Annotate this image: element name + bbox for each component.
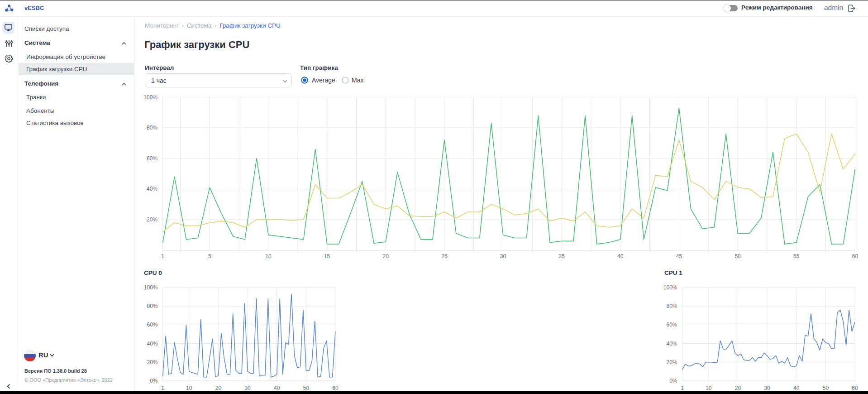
svg-text:20%: 20%	[147, 216, 157, 223]
svg-text:60: 60	[852, 385, 858, 391]
svg-text:60: 60	[332, 385, 339, 391]
svg-text:20%: 20%	[666, 359, 677, 365]
svg-text:60%: 60%	[147, 155, 157, 162]
svg-text:20: 20	[735, 385, 741, 391]
svg-text:25: 25	[441, 253, 448, 259]
svg-text:10: 10	[186, 385, 192, 391]
svg-text:0%: 0%	[150, 378, 158, 384]
svg-text:35: 35	[559, 253, 565, 259]
svg-text:30: 30	[500, 253, 506, 259]
svg-text:80%: 80%	[147, 125, 157, 131]
svg-text:100%: 100%	[144, 284, 158, 291]
svg-text:40: 40	[274, 385, 280, 391]
svg-text:1: 1	[161, 385, 164, 391]
svg-text:10: 10	[706, 385, 712, 391]
svg-text:10: 10	[265, 253, 272, 259]
svg-text:100%: 100%	[143, 94, 157, 101]
svg-text:80%: 80%	[666, 303, 677, 309]
svg-text:60%: 60%	[147, 322, 157, 328]
svg-text:50: 50	[303, 385, 310, 391]
svg-text:20: 20	[383, 253, 389, 259]
svg-text:1: 1	[681, 385, 684, 391]
svg-text:50: 50	[734, 253, 741, 259]
svg-text:5: 5	[208, 253, 211, 259]
svg-text:60: 60	[852, 253, 858, 259]
svg-text:60%: 60%	[666, 322, 677, 328]
svg-text:15: 15	[324, 253, 330, 259]
svg-text:1: 1	[161, 253, 164, 259]
svg-text:30: 30	[764, 385, 770, 391]
svg-text:40%: 40%	[147, 341, 157, 347]
svg-text:45: 45	[676, 253, 682, 259]
svg-text:20: 20	[215, 385, 222, 391]
svg-text:40: 40	[793, 385, 800, 391]
svg-text:80%: 80%	[147, 303, 157, 309]
svg-text:40%: 40%	[147, 186, 157, 192]
svg-text:20%: 20%	[147, 359, 157, 365]
svg-text:100%: 100%	[663, 284, 677, 291]
svg-text:30: 30	[244, 385, 251, 391]
svg-text:0%: 0%	[669, 378, 677, 384]
svg-text:50: 50	[823, 385, 829, 391]
svg-text:55: 55	[793, 253, 800, 259]
svg-text:40: 40	[617, 253, 624, 259]
svg-text:40%: 40%	[666, 341, 677, 347]
